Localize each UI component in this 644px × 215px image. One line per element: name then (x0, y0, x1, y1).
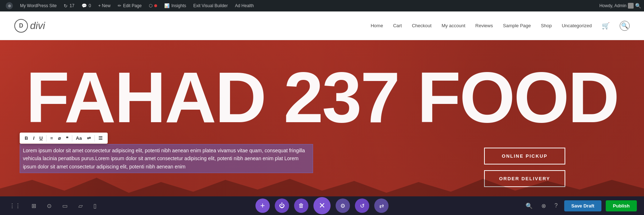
bold-button[interactable]: B (23, 134, 30, 142)
insights-item[interactable]: 📊 Insights (161, 0, 189, 11)
cart-icon[interactable]: 🛒 (602, 22, 610, 30)
link-button[interactable]: ⌀ (56, 134, 63, 142)
wp-logo-item[interactable]: ⊕ (3, 0, 16, 11)
tablet-view-icon[interactable]: ▱ (76, 200, 85, 211)
format-button[interactable]: ⇌ (85, 134, 93, 142)
search-icon[interactable]: 🔍 (620, 21, 630, 31)
text-format-toolbar: B I U ≡ ⌀ ❝ Aa ⇌ ☰ (20, 133, 108, 144)
logo-letter: D (19, 23, 23, 29)
add-section-button[interactable]: + (255, 199, 270, 213)
bottom-right-tools: 🔍 ⊗ ? Save Draft Publish (523, 200, 637, 211)
edit-page-label: Edit Page (123, 3, 142, 8)
plugin-item[interactable]: ⬡ (146, 0, 160, 11)
plugin-icon: ⬡ (149, 3, 152, 8)
delete-section-button[interactable]: 🗑 (294, 199, 308, 213)
close-button[interactable]: ✕ (313, 197, 331, 214)
exit-builder-label: Exit Visual Builder (193, 3, 228, 8)
toolbar-divider-3 (94, 135, 95, 142)
nav-cart[interactable]: Cart (393, 23, 402, 28)
edit-page-item[interactable]: ✏ Edit Page (115, 0, 145, 11)
bottom-center-tools: + ⏻ 🗑 ✕ ⚙ ↺ ⇄ (255, 197, 389, 214)
responsive-button[interactable]: ⇄ (374, 199, 389, 213)
logo-text: divi (30, 20, 45, 32)
edit-icon: ✏ (118, 3, 121, 8)
nav-sample-page[interactable]: Sample Page (503, 23, 531, 28)
howdy-label: Howdy, Admin (599, 3, 626, 8)
underline-button[interactable]: U (37, 134, 45, 142)
case-button[interactable]: Aa (74, 134, 84, 142)
hero-text-area[interactable]: Lorem ipsum dolor sit amet consectetur a… (20, 144, 313, 173)
section-options-icon[interactable]: ⋮⋮ (7, 200, 23, 211)
site-name-label: My WordPress Site (20, 3, 57, 8)
hero-body-text[interactable]: Lorem ipsum dolor sit amet consectetur a… (20, 144, 313, 173)
list-button[interactable]: ☰ (96, 134, 105, 142)
comments-item[interactable]: 💬 0 (79, 0, 94, 11)
site-logo[interactable]: D divi (14, 19, 45, 33)
red-dot-indicator (154, 4, 157, 7)
hero-section: Fahad 237 Food B I U ≡ ⌀ ❝ Aa ⇌ ☰ Lorem … (0, 40, 644, 215)
comments-icon: 💬 (82, 3, 87, 8)
grid-view-icon[interactable]: ⊞ (29, 200, 38, 211)
bottom-toolbar: ⋮⋮ ⊞ ⊙ ▭ ▱ ▯ + ⏻ 🗑 ✕ ⚙ ↺ ⇄ 🔍 ⊗ ? Save Dr… (0, 196, 644, 215)
admin-bar-right: Howdy, Admin 🔍 (599, 3, 641, 9)
nav-home[interactable]: Home (371, 23, 383, 28)
admin-avatar[interactable] (628, 3, 634, 9)
insights-label: Insights (171, 3, 186, 8)
site-name-item[interactable]: My WordPress Site (17, 0, 59, 11)
ad-health-label: Ad Health (235, 3, 254, 8)
nav-shop[interactable]: Shop (541, 23, 552, 28)
updates-icon: ↻ (64, 3, 68, 9)
new-label: + New (98, 3, 111, 8)
nav-uncategorized[interactable]: Uncategorized (562, 23, 592, 28)
history-button[interactable]: ↺ (355, 199, 369, 213)
bottom-left-tools: ⋮⋮ ⊞ ⊙ ▭ ▱ ▯ (7, 200, 99, 211)
logo-circle: D (14, 19, 28, 33)
comments-count: 0 (89, 3, 91, 8)
portability-icon[interactable]: ⊗ (539, 200, 548, 211)
wp-icon: ⊕ (6, 2, 13, 9)
help-icon[interactable]: ? (552, 200, 560, 211)
search-page-icon[interactable]: ⊙ (45, 200, 54, 211)
search-builder-icon[interactable]: 🔍 (523, 200, 535, 211)
nav-checkout[interactable]: Checkout (412, 23, 431, 28)
updates-count: 17 (69, 3, 74, 8)
quote-button[interactable]: ❝ (64, 134, 70, 142)
site-nav: D divi Home Cart Checkout My account Rev… (0, 11, 644, 40)
toolbar-divider-2 (72, 135, 72, 142)
updates-item[interactable]: ↻ 17 (61, 0, 77, 11)
mobile-view-icon[interactable]: ▯ (91, 200, 99, 211)
site-nav-links: Home Cart Checkout My account Reviews Sa… (371, 21, 630, 31)
nav-my-account[interactable]: My account (441, 23, 465, 28)
search-admin-icon[interactable]: 🔍 (635, 3, 641, 9)
save-draft-button[interactable]: Save Draft (564, 200, 601, 211)
toolbar-divider-1 (46, 135, 47, 142)
insights-chart-icon: 📊 (164, 3, 170, 8)
ad-health-item[interactable]: Ad Health (232, 0, 257, 11)
align-button[interactable]: ≡ (48, 134, 55, 142)
desktop-view-icon[interactable]: ▭ (60, 200, 70, 211)
admin-bar: ⊕ My WordPress Site ↻ 17 💬 0 + New ✏ Edi… (0, 0, 644, 11)
online-pickup-button[interactable]: ONLINE PICKUP (484, 148, 565, 164)
order-delivery-button[interactable]: ORDER DELIVERY (484, 170, 565, 187)
new-item[interactable]: + New (96, 0, 113, 11)
hero-title: Fahad 237 Food (0, 62, 644, 133)
toggle-builder-button[interactable]: ⏻ (275, 199, 289, 213)
publish-button[interactable]: Publish (606, 200, 637, 211)
cta-buttons: ONLINE PICKUP ORDER DELIVERY (484, 148, 565, 187)
nav-reviews[interactable]: Reviews (475, 23, 493, 28)
exit-builder-item[interactable]: Exit Visual Builder (190, 0, 231, 11)
settings-button[interactable]: ⚙ (336, 199, 350, 213)
italic-button[interactable]: I (31, 134, 36, 142)
